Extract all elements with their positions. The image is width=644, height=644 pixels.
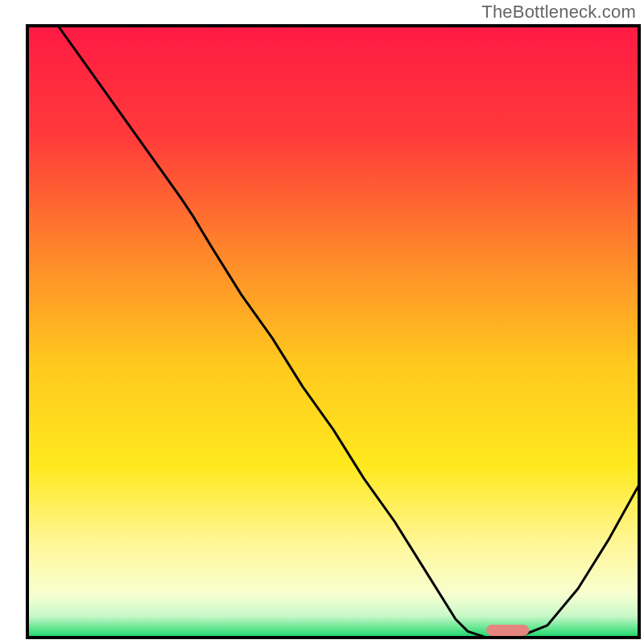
gradient-background <box>27 26 639 638</box>
bottleneck-chart <box>0 0 644 644</box>
watermark-text: TheBottleneck.com <box>481 2 636 23</box>
optimal-marker <box>486 625 529 636</box>
chart-container: TheBottleneck.com <box>0 0 644 644</box>
